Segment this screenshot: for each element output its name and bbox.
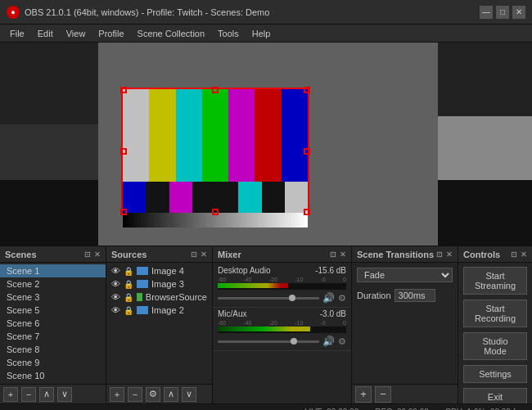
scenes-remove-button[interactable]: − — [21, 387, 36, 402]
duration-label: Duration — [357, 291, 391, 300]
scenes-up-button[interactable]: ∧ — [39, 387, 54, 402]
menu-help[interactable]: Help — [246, 27, 277, 40]
scenes-close-icon[interactable]: ✕ — [94, 250, 101, 259]
scenes-header-icons: ⊡ ✕ — [84, 250, 101, 259]
controls-header-icons: ⊡ ✕ — [511, 250, 527, 259]
mixer-pop-icon[interactable]: ⊡ — [330, 250, 336, 259]
desktop-settings-icon[interactable]: ⚙ — [338, 293, 346, 304]
scene-item-2[interactable]: Scene 2 — [0, 277, 106, 291]
desktop-audio-label: Desktop Audio — [218, 266, 271, 275]
controls-pop-icon[interactable]: ⊡ — [511, 250, 517, 259]
start-recording-button[interactable]: Start Recording — [463, 300, 527, 327]
source-lock-icon-4[interactable]: 🔒 — [124, 306, 133, 315]
scene-item-1[interactable]: Scene 1 — [0, 264, 106, 277]
scenes-add-button[interactable]: + — [3, 387, 18, 402]
transitions-add-button[interactable]: + — [355, 386, 372, 403]
menu-view[interactable]: View — [60, 27, 92, 40]
transitions-pop-icon[interactable]: ⊡ — [436, 250, 443, 259]
source-lock-icon-3[interactable]: 🔒 — [124, 293, 133, 302]
title-bar: ● OBS 21.0.1 (64bit, windows) - Profile:… — [0, 0, 532, 25]
sources-settings-button[interactable]: ⚙ — [146, 387, 160, 402]
menu-bar: File Edit View Profile Scene Collection … — [0, 25, 532, 43]
scene-item-9[interactable]: Scene 9 — [0, 356, 106, 369]
scene-item-3[interactable]: Scene 3 — [0, 291, 106, 304]
menu-edit[interactable]: Edit — [31, 27, 60, 40]
sources-close-icon[interactable]: ✕ — [201, 250, 207, 259]
transitions-panel-label: Scene Transitions — [357, 250, 434, 259]
mixer-panel-header: Mixer ⊡ ✕ — [213, 246, 351, 263]
scenes-list: Scene 1 Scene 2 Scene 3 Scene 5 Scene 6 … — [0, 263, 106, 384]
close-button[interactable]: ✕ — [512, 6, 525, 19]
mic-aux-label: Mic/Aux — [218, 309, 247, 318]
preview-area — [0, 43, 532, 246]
menu-scene-collection[interactable]: Scene Collection — [131, 27, 212, 40]
title-text: OBS 21.0.1 (64bit, windows) - Profile: T… — [25, 7, 269, 17]
mic-mute-button[interactable]: 🔊 — [322, 336, 335, 347]
sources-remove-button[interactable]: − — [128, 387, 142, 402]
sources-header-icons: ⊡ ✕ — [191, 250, 207, 259]
preview-canvas — [0, 43, 532, 246]
scenes-panel-header: Scenes ⊡ ✕ — [0, 246, 106, 263]
controls-panel-header: Controls ⊡ ✕ — [458, 246, 532, 263]
duration-input[interactable] — [394, 289, 435, 302]
mixer-channels: Desktop Audio -15.6 dB -60-40-20-10-60 🔊… — [213, 263, 351, 403]
title-controls: — □ ✕ — [480, 6, 525, 19]
transition-type-select[interactable]: Fade Cut Swipe — [357, 268, 453, 282]
scenes-pop-icon[interactable]: ⊡ — [84, 250, 91, 259]
source-lock-icon[interactable]: 🔒 — [124, 267, 133, 276]
source-item-image2[interactable]: 👁 🔒 Image 2 — [106, 304, 212, 317]
transitions-close-icon[interactable]: ✕ — [446, 250, 453, 259]
source-eye-icon-4[interactable]: 👁 — [111, 305, 120, 315]
mixer-close-icon[interactable]: ✕ — [340, 250, 346, 259]
sources-list: 👁 🔒 Image 4 👁 🔒 Image 3 👁 🔒 BrowserSourc… — [106, 263, 212, 384]
scene-item-5[interactable]: Scene 5 — [0, 304, 106, 317]
bottom-panels: Scenes ⊡ ✕ Scene 1 Scene 2 Scene 3 Scene… — [0, 246, 532, 403]
source-eye-icon-2[interactable]: 👁 — [111, 279, 120, 289]
app-icon: ● — [7, 6, 20, 19]
mic-settings-icon[interactable]: ⚙ — [338, 336, 346, 347]
source-item-image4[interactable]: 👁 🔒 Image 4 — [106, 264, 212, 277]
transitions-remove-button[interactable]: − — [375, 386, 391, 403]
mixer-channel-mic: Mic/Aux -3.0 dB -60-40-20-10-60 🔊 ⚙ — [213, 308, 351, 351]
source-name-image2: Image 2 — [151, 305, 184, 315]
source-name-browser: BrowserSource — [146, 292, 207, 302]
start-streaming-button[interactable]: Start Streaming — [463, 267, 527, 295]
sources-up-button[interactable]: ∧ — [164, 387, 178, 402]
sources-add-button[interactable]: + — [110, 387, 124, 402]
menu-file[interactable]: File — [3, 27, 31, 40]
sources-down-button[interactable]: ∨ — [182, 387, 196, 402]
minimize-button[interactable]: — — [480, 6, 493, 19]
mixer-channel-desktop: Desktop Audio -15.6 dB -60-40-20-10-60 🔊… — [213, 264, 351, 308]
mic-aux-slider[interactable] — [218, 340, 319, 343]
transitions-content: Fade Cut Swipe Duration — [352, 263, 458, 384]
scenes-panel-label: Scenes — [5, 250, 37, 259]
title-bar-left: ● OBS 21.0.1 (64bit, windows) - Profile:… — [7, 6, 269, 19]
transitions-header-icons: ⊡ ✕ — [436, 250, 453, 259]
mic-aux-db: -3.0 dB — [320, 309, 346, 318]
exit-button[interactable]: Exit — [463, 388, 527, 403]
source-item-image3[interactable]: 👁 🔒 Image 3 — [106, 277, 212, 291]
source-name-image4: Image 4 — [151, 266, 184, 276]
source-lock-icon-2[interactable]: 🔒 — [124, 280, 133, 289]
source-eye-icon-3[interactable]: 👁 — [111, 292, 120, 302]
scene-item-7[interactable]: Scene 7 — [0, 330, 106, 343]
desktop-audio-slider[interactable] — [218, 297, 319, 300]
scene-item-6[interactable]: Scene 6 — [0, 317, 106, 330]
source-item-browser[interactable]: 👁 🔒 BrowserSource — [106, 291, 212, 304]
controls-close-icon[interactable]: ✕ — [521, 250, 527, 259]
studio-mode-button[interactable]: Studio Mode — [463, 332, 527, 360]
source-eye-icon[interactable]: 👁 — [111, 266, 120, 276]
controls-panel: Controls ⊡ ✕ Start Streaming Start Recor… — [458, 246, 532, 403]
settings-button[interactable]: Settings — [463, 365, 527, 383]
mixer-panel: Mixer ⊡ ✕ Desktop Audio -15.6 dB -60-40-… — [213, 246, 352, 403]
desktop-mute-button[interactable]: 🔊 — [322, 292, 335, 304]
scenes-down-button[interactable]: ∨ — [57, 387, 72, 402]
maximize-button[interactable]: □ — [496, 6, 509, 19]
sources-pop-icon[interactable]: ⊡ — [191, 250, 197, 259]
mixer-header-icons: ⊡ ✕ — [330, 250, 346, 259]
menu-profile[interactable]: Profile — [92, 27, 130, 40]
menu-tools[interactable]: Tools — [211, 27, 246, 40]
controls-buttons: Start Streaming Start Recording Studio M… — [458, 263, 532, 403]
scene-item-8[interactable]: Scene 8 — [0, 343, 106, 356]
scene-item-10[interactable]: Scene 10 — [0, 369, 106, 382]
